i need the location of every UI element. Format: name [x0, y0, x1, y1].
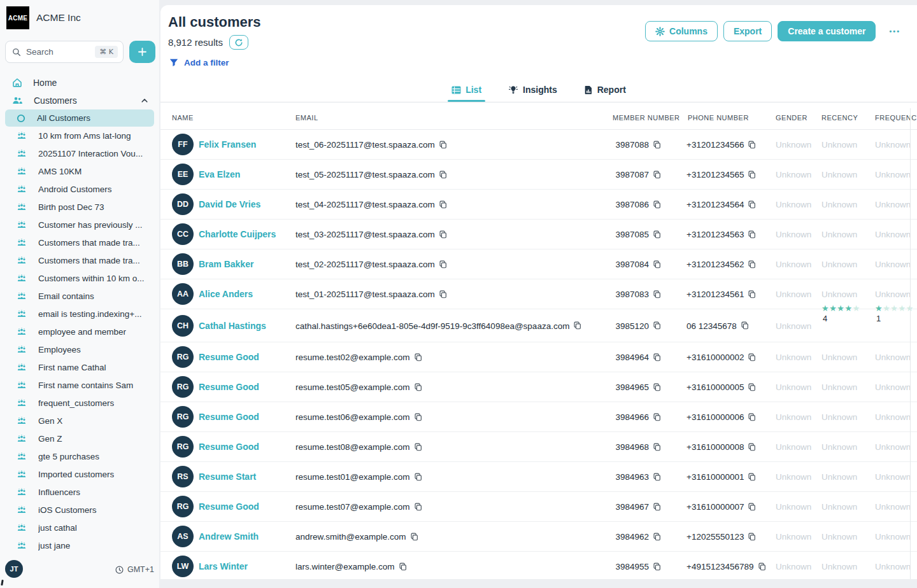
user-avatar[interactable]: JT [5, 560, 23, 578]
sidebar-segment-all-customers[interactable]: All Customers [5, 109, 154, 127]
customer-name-link[interactable]: Cathal Hastings [199, 321, 266, 331]
sidebar-segment-20251107-interaction-vou[interactable]: 20251107 Interaction Vou... [0, 144, 159, 162]
table-row[interactable]: EE Eva Elzen test_05-20251117@test.spaaz… [160, 160, 917, 190]
customer-name-link[interactable]: Lars Winter [199, 561, 248, 571]
sidebar-segment-android-customers[interactable]: Android Customers [0, 180, 159, 198]
customer-name-link[interactable]: Resume Start [199, 472, 256, 482]
copy-icon[interactable] [758, 562, 766, 571]
column-header-name[interactable]: NAME [172, 114, 194, 122]
copy-icon[interactable] [653, 532, 661, 541]
sidebar-segment-10-km-from-ams-lat-long[interactable]: 10 km from Ams lat-long [0, 127, 159, 144]
customer-name-link[interactable]: Eva Elzen [199, 169, 240, 179]
column-header-email[interactable]: EMAIL [295, 114, 318, 122]
table-row[interactable]: AA Alice Anders test_01-20251117@test.sp… [160, 279, 917, 309]
column-header-member-number[interactable]: MEMBER NUMBER [613, 114, 680, 122]
sidebar-segment-gte-5-purchases[interactable]: gte 5 purchases [0, 447, 159, 465]
chevron-up-icon[interactable] [140, 96, 149, 105]
copy-icon[interactable] [653, 412, 661, 421]
sidebar-item-customers[interactable]: Customers [0, 92, 159, 109]
customer-name-link[interactable]: Andrew Smith [199, 531, 259, 542]
copy-icon[interactable] [439, 230, 447, 239]
table-row[interactable]: FF Felix Fransen test_06-20251117@test.s… [160, 130, 917, 160]
copy-icon[interactable] [399, 562, 407, 571]
customer-name-link[interactable]: Resume Good [199, 382, 259, 392]
copy-icon[interactable] [414, 502, 422, 511]
customer-name-link[interactable]: Charlotte Cuijpers [199, 229, 276, 239]
copy-icon[interactable] [653, 140, 661, 149]
copy-icon[interactable] [439, 260, 447, 269]
create-customer-button[interactable]: Create a customer [778, 21, 876, 41]
customer-name-link[interactable]: Resume Good [199, 352, 259, 362]
table-row[interactable]: RS Resume Start resume.test01@example.co… [160, 462, 917, 492]
copy-icon[interactable] [653, 290, 661, 298]
copy-icon[interactable] [439, 290, 447, 298]
column-header-gender[interactable]: GENDER [776, 114, 807, 122]
copy-icon[interactable] [414, 412, 422, 421]
copy-icon[interactable] [573, 321, 581, 330]
copy-icon[interactable] [741, 321, 749, 330]
copy-icon[interactable] [439, 170, 447, 179]
sidebar-segment-influencers[interactable]: Influencers [0, 483, 159, 501]
copy-icon[interactable] [410, 532, 418, 541]
customer-name-link[interactable]: Bram Bakker [199, 259, 253, 269]
customer-name-link[interactable]: David De Vries [199, 199, 260, 209]
copy-icon[interactable] [414, 472, 422, 481]
customer-name-link[interactable]: Resume Good [199, 442, 259, 452]
copy-icon[interactable] [439, 140, 447, 149]
sidebar-segment-ios-customers[interactable]: iOS Customers [0, 501, 159, 519]
table-row[interactable]: AS Andrew Smith andrew.smith@example.com… [160, 522, 917, 552]
add-filter-button[interactable]: Add a filter [169, 58, 229, 67]
copy-icon[interactable] [414, 442, 422, 451]
sidebar-segment-email-is-testing-indexing[interactable]: email is testing.indexing+... [0, 305, 159, 323]
table-row[interactable]: DD David De Vries test_04-20251117@test.… [160, 190, 917, 220]
customer-name-link[interactable]: Resume Good [199, 412, 259, 422]
copy-icon[interactable] [748, 260, 756, 269]
copy-icon[interactable] [748, 502, 756, 511]
add-button[interactable] [129, 41, 155, 63]
tab-report[interactable]: Report [583, 78, 627, 102]
copy-icon[interactable] [653, 321, 661, 330]
table-row[interactable]: RG Resume Good resume.test06@example.com… [160, 402, 917, 432]
copy-icon[interactable] [653, 230, 661, 239]
copy-icon[interactable] [653, 260, 661, 269]
copy-icon[interactable] [414, 382, 422, 391]
table-row[interactable]: RG Resume Good resume.test05@example.com… [160, 372, 917, 402]
table-row[interactable]: LW Lars Winter lars.winter@example.com 3… [160, 552, 917, 579]
copy-icon[interactable] [439, 200, 447, 209]
sidebar-segment-customers-that-made-tra[interactable]: Customers that made tra... [0, 251, 159, 269]
sidebar-segment-imported-customers[interactable]: Imported customers [0, 465, 159, 483]
sidebar-segment-employees[interactable]: Employees [0, 340, 159, 358]
sidebar-segment-gen-x[interactable]: Gen X [0, 412, 159, 430]
sidebar-segment-ams-10km[interactable]: AMS 10KM [0, 162, 159, 180]
table-row[interactable]: RG Resume Good resume.test08@example.com… [160, 432, 917, 462]
column-header-phone-number[interactable]: PHONE NUMBER [688, 114, 749, 122]
sidebar-segment-customer-has-previously[interactable]: Customer has previously ... [0, 216, 159, 234]
copy-icon[interactable] [653, 562, 661, 571]
copy-icon[interactable] [653, 502, 661, 511]
copy-icon[interactable] [653, 442, 661, 451]
copy-icon[interactable] [748, 290, 756, 298]
column-header-frequency[interactable]: FREQUENCY [875, 114, 917, 122]
copy-icon[interactable] [748, 472, 756, 481]
table-row[interactable]: BB Bram Bakker test_02-20251117@test.spa… [160, 249, 917, 279]
tab-list[interactable]: List [450, 78, 483, 102]
copy-icon[interactable] [653, 200, 661, 209]
customer-name-link[interactable]: Resume Good [199, 501, 259, 512]
copy-icon[interactable] [748, 382, 756, 391]
sidebar-segment-email-contains[interactable]: Email contains [0, 287, 159, 305]
sidebar-segment-gen-z[interactable]: Gen Z [0, 430, 159, 447]
table-row[interactable]: RG Resume Good resume.test07@example.com… [160, 492, 917, 522]
refresh-button[interactable] [229, 35, 248, 50]
copy-icon[interactable] [748, 353, 756, 361]
copy-icon[interactable] [653, 353, 661, 361]
sidebar-segment-birth-post-dec-73[interactable]: Birth post Dec 73 [0, 198, 159, 216]
customer-name-link[interactable]: Alice Anders [199, 289, 253, 299]
sidebar-segment-just-cathal[interactable]: just cathal [0, 519, 159, 536]
sidebar-segment-first-name-contains-sam[interactable]: First name contains Sam [0, 376, 159, 394]
copy-icon[interactable] [653, 472, 661, 481]
copy-icon[interactable] [414, 353, 422, 361]
sidebar-segment-first-name-cathal[interactable]: First name Cathal [0, 358, 159, 376]
copy-icon[interactable] [748, 170, 756, 179]
copy-icon[interactable] [748, 442, 756, 451]
copy-icon[interactable] [748, 532, 756, 541]
